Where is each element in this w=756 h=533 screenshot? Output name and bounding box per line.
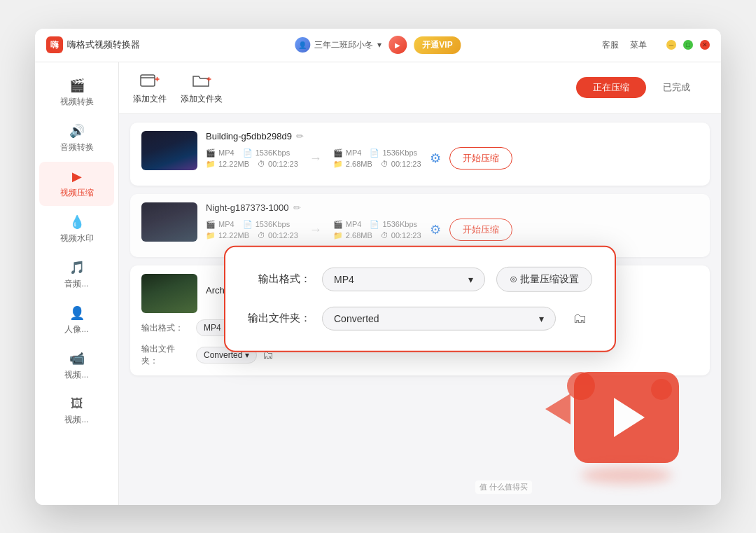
video2-icon: 📹 (69, 351, 85, 366)
sidebar-label-video-compress: 视频压缩 (60, 187, 94, 199)
tab-done[interactable]: 已完成 (646, 77, 707, 98)
app-title: 嗨格式视频转换器 (67, 39, 140, 51)
settings-icon-1[interactable]: ⚙ (430, 151, 441, 166)
stats-out-2: 🎬 MP4 📄 1536Kbps 📁 2.68MB ⏱ (333, 220, 421, 240)
add-file-label: 添加文件 (133, 93, 167, 105)
popup-format-row: 输出格式： MP4 ▾ ⊙ 批量压缩设置 (248, 266, 592, 291)
file-stats-2: 🎬 MP4 📄 1536Kbps 📁 12.22MB ⏱ (206, 219, 699, 241)
sub-folder-label: 输出文件夹： (141, 343, 190, 367)
compress-btn-2[interactable]: 开始压缩 (449, 219, 512, 241)
sidebar-item-watermark[interactable]: 💧 视频水印 (39, 207, 114, 251)
sidebar-label-video-convert: 视频转换 (60, 96, 94, 108)
add-file-button[interactable]: 添加文件 (133, 71, 167, 105)
dropdown-icon: ▾ (377, 40, 382, 50)
content-area: 添加文件 添加文件夹 正在压缩 已完成 (119, 62, 721, 505)
file-title-2: Night-g187373-1000 ✏ (206, 202, 699, 213)
user-avatar: 👤 (295, 37, 310, 53)
username: 三年二班邱小冬 (314, 39, 373, 51)
stats-out-1: 🎬 MP4 📄 1536Kbps 📁 2.68MB ⏱ (333, 148, 421, 169)
arrow-icon-2: → (309, 223, 322, 237)
file-title-1: Building-g5dbb298d9 ✏ (206, 131, 699, 141)
user-info: 👤 三年二班邱小冬 ▾ (295, 37, 382, 53)
stats-in-2: 🎬 MP4 📄 1536Kbps 📁 12.22MB ⏱ (206, 220, 298, 240)
title-bar: 嗨 嗨格式视频转换器 👤 三年二班邱小冬 ▾ ▶ 开通VIP 客服 菜单 ─ □… (35, 29, 721, 62)
app-logo: 嗨 嗨格式视频转换器 (46, 36, 140, 53)
compress-btn-1[interactable]: 开始压缩 (449, 147, 512, 169)
tab-compressing[interactable]: 正在压缩 (576, 77, 646, 98)
sidebar-item-audio-convert[interactable]: 🔊 音频转换 (39, 116, 114, 160)
file-card-1-header: Building-g5dbb298d9 ✏ 🎬 MP4 📄 1536Kb (141, 131, 699, 170)
logo-icon: 嗨 (46, 36, 63, 53)
file-thumbnail-1 (141, 131, 197, 170)
sidebar-label-watermark: 视频水印 (60, 233, 94, 244)
edit-icon-2[interactable]: ✏ (293, 202, 301, 213)
stats-in-1: 🎬 MP4 📄 1536Kbps 📁 12.22MB ⏱ (206, 148, 298, 169)
video-convert-icon: 🎬 (69, 78, 85, 93)
add-file-icon (139, 71, 161, 90)
popup-folder-row: 输出文件夹： Converted ▾ 🗂 (248, 305, 592, 331)
sidebar-item-portrait[interactable]: 👤 人像... (39, 298, 114, 342)
toolbar: 添加文件 添加文件夹 正在压缩 已完成 (119, 62, 721, 114)
sidebar-item-audio[interactable]: 🎵 音频... (39, 253, 114, 297)
audio-convert-icon: 🔊 (69, 123, 85, 139)
arrow-icon-1: → (309, 151, 322, 166)
main-layout: 🎬 视频转换 🔊 音频转换 ▶ 视频压缩 💧 视频水印 🎵 音频... 👤 (35, 62, 721, 505)
portrait-icon: 👤 (69, 305, 85, 321)
file-thumbnail-2 (141, 202, 197, 242)
popup-format-select[interactable]: MP4 ▾ (322, 267, 485, 291)
file-card-1: Building-g5dbb298d9 ✏ 🎬 MP4 📄 1536Kb (130, 123, 710, 186)
sidebar-label-audio-convert: 音频转换 (60, 141, 94, 153)
edit-icon-1[interactable]: ✏ (296, 131, 304, 141)
popup-format-label: 输出格式： (248, 272, 311, 286)
logo-small: ▶ (388, 36, 407, 54)
file-list: Building-g5dbb298d9 ✏ 🎬 MP4 📄 1536Kb (119, 114, 721, 505)
popup-folder-btn[interactable]: 🗂 (567, 305, 592, 331)
overlay-popup: 输出格式： MP4 ▾ ⊙ 批量压缩设置 输出文件夹： Converted ▾ (224, 245, 616, 352)
settings-icon-2[interactable]: ⚙ (430, 222, 441, 237)
sidebar-item-video-convert[interactable]: 🎬 视频转换 (39, 71, 114, 115)
vip-button[interactable]: 开通VIP (414, 36, 461, 54)
maximize-button[interactable]: □ (683, 40, 693, 50)
sidebar-item-video-compress[interactable]: ▶ 视频压缩 (39, 162, 114, 206)
minimize-button[interactable]: ─ (666, 40, 676, 50)
popup-folder-label: 输出文件夹： (248, 312, 311, 325)
sidebar-item-video3[interactable]: 🖼 视频... (39, 389, 114, 433)
file-info-2: Night-g187373-1000 ✏ 🎬 MP4 📄 1536Kbp (206, 202, 699, 241)
video3-icon: 🖼 (71, 396, 83, 411)
menu-label[interactable]: 菜单 (630, 39, 647, 51)
watermark-icon: 💧 (69, 214, 85, 230)
file-thumbnail-3 (141, 274, 197, 313)
title-right: 客服 菜单 ─ □ ✕ (602, 39, 710, 51)
video-compress-icon: ▶ (72, 169, 82, 184)
file-card-2-header: Night-g187373-1000 ✏ 🎬 MP4 📄 1536Kbp (141, 202, 699, 242)
add-folder-icon (190, 71, 213, 90)
sidebar-label-portrait: 人像... (64, 324, 88, 335)
audio-icon: 🎵 (69, 260, 85, 275)
window-controls: ─ □ ✕ (666, 40, 710, 50)
sidebar-item-video2[interactable]: 📹 视频... (39, 344, 114, 388)
tab-bar: 正在压缩 已完成 (576, 77, 707, 98)
sub-format-label: 输出格式： (141, 322, 190, 334)
sidebar: 🎬 视频转换 🔊 音频转换 ▶ 视频压缩 💧 视频水印 🎵 音频... 👤 (35, 62, 119, 505)
svg-rect-0 (141, 75, 155, 86)
close-button[interactable]: ✕ (700, 40, 710, 50)
file-info-1: Building-g5dbb298d9 ✏ 🎬 MP4 📄 1536Kb (206, 131, 699, 169)
app-window: 嗨 嗨格式视频转换器 👤 三年二班邱小冬 ▾ ▶ 开通VIP 客服 菜单 ─ □… (35, 29, 721, 505)
add-folder-button[interactable]: 添加文件夹 (181, 71, 223, 105)
customer-service[interactable]: 客服 (602, 39, 619, 51)
sidebar-label-video2: 视频... (64, 369, 88, 381)
add-folder-label: 添加文件夹 (181, 93, 223, 105)
popup-folder-select[interactable]: Converted ▾ (322, 306, 556, 330)
sidebar-label-audio: 音频... (64, 278, 88, 290)
title-center: 👤 三年二班邱小冬 ▾ ▶ 开通VIP (295, 36, 461, 54)
popup-batch-btn[interactable]: ⊙ 批量压缩设置 (496, 266, 592, 291)
sidebar-label-video3: 视频... (64, 414, 88, 426)
file-stats-1: 🎬 MP4 📄 1536Kbps 📁 12.22MB ⏱ (206, 147, 699, 169)
watermark: 值 什么值得买 (475, 480, 532, 494)
